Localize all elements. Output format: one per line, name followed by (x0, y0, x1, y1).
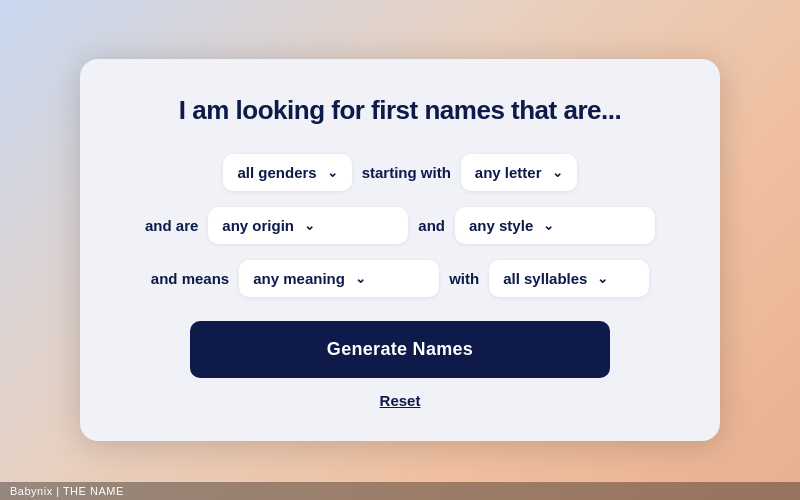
and-means-label: and means (151, 270, 229, 287)
letter-dropdown-value: any letter (475, 164, 542, 181)
letter-chevron-icon: ⌄ (552, 165, 563, 180)
page-title: I am looking for first names that are... (179, 95, 621, 126)
style-chevron-icon: ⌄ (543, 218, 554, 233)
style-dropdown[interactable]: any style ⌄ (455, 207, 655, 244)
meaning-dropdown-value: any meaning (253, 270, 345, 287)
footer-bar: Babynix | THE NAME (0, 482, 800, 500)
gender-chevron-icon: ⌄ (327, 165, 338, 180)
reset-button[interactable]: Reset (380, 392, 421, 409)
letter-dropdown[interactable]: any letter ⌄ (461, 154, 577, 191)
style-dropdown-value: any style (469, 217, 533, 234)
syllables-chevron-icon: ⌄ (597, 271, 608, 286)
filter-row-2: and are any origin ⌄ and any style ⌄ (128, 207, 672, 244)
and-label: and (418, 217, 445, 234)
gender-dropdown[interactable]: all genders ⌄ (223, 154, 351, 191)
syllables-dropdown[interactable]: all syllables ⌄ (489, 260, 649, 297)
meaning-dropdown[interactable]: any meaning ⌄ (239, 260, 439, 297)
filter-row-3: and means any meaning ⌄ with all syllabl… (128, 260, 672, 297)
main-card: I am looking for first names that are...… (80, 59, 720, 441)
and-are-label: and are (145, 217, 198, 234)
origin-chevron-icon: ⌄ (304, 218, 315, 233)
generate-button[interactable]: Generate Names (190, 321, 610, 378)
filter-row-1: all genders ⌄ starting with any letter ⌄ (128, 154, 672, 191)
origin-dropdown-value: any origin (222, 217, 294, 234)
syllables-dropdown-value: all syllables (503, 270, 587, 287)
gender-dropdown-value: all genders (237, 164, 316, 181)
starting-with-label: starting with (362, 164, 451, 181)
origin-dropdown[interactable]: any origin ⌄ (208, 207, 408, 244)
with-label: with (449, 270, 479, 287)
meaning-chevron-icon: ⌄ (355, 271, 366, 286)
